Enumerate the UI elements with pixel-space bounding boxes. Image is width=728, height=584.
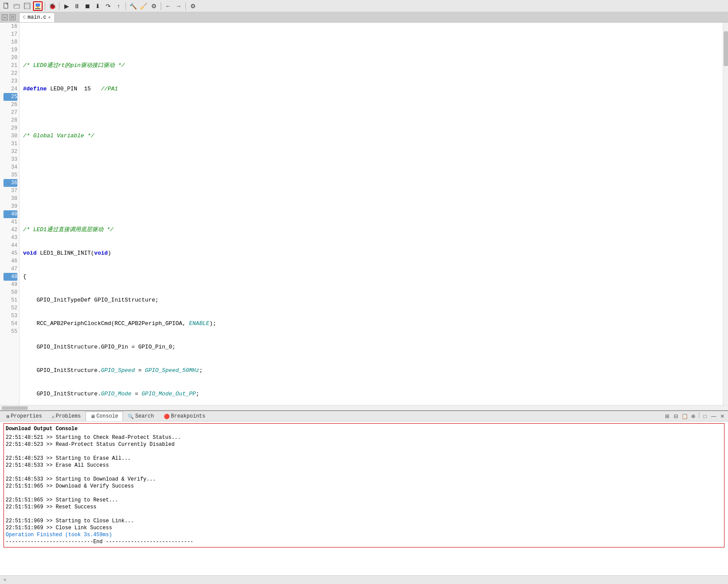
console-line-10: 22:51:51:969 >> Close Link Success bbox=[6, 524, 722, 531]
debug-button[interactable]: 🐞 bbox=[47, 1, 57, 11]
ln-51: 51 bbox=[3, 296, 17, 304]
ln-41: 41 bbox=[3, 218, 17, 226]
ln-34: 34 bbox=[3, 163, 17, 171]
sep2 bbox=[59, 2, 60, 10]
code-lines[interactable]: /* LED0通过rt的pin驱动接口驱动 */ #define LED0_PI… bbox=[20, 23, 723, 405]
panel-sep bbox=[699, 412, 699, 418]
code-line-19 bbox=[23, 109, 719, 116]
main-c-tab[interactable]: C main.c ✕ bbox=[19, 13, 55, 22]
ln-37: 37 bbox=[3, 187, 17, 195]
breakpoints-icon: 🔴 bbox=[164, 414, 170, 419]
download-button[interactable] bbox=[33, 1, 43, 11]
back-button[interactable]: ← bbox=[163, 1, 173, 11]
ln-43: 43 bbox=[3, 234, 17, 242]
tab-icon: C bbox=[23, 15, 26, 20]
panel-action-new[interactable]: ⊕ bbox=[689, 412, 697, 420]
ln-23: 23 bbox=[3, 77, 17, 85]
problems-icon: ⚠ bbox=[52, 414, 55, 419]
console-label: Console bbox=[96, 413, 118, 419]
code-line-21 bbox=[23, 156, 719, 163]
pause-button[interactable]: ⏸ bbox=[72, 1, 82, 11]
step-into-button[interactable]: ⬇ bbox=[93, 1, 103, 11]
new-button[interactable] bbox=[2, 1, 11, 11]
console-line-3: 22:51:48:523 >> Starting to Erase All... bbox=[6, 455, 722, 462]
clean-button[interactable]: 🧹 bbox=[139, 1, 148, 11]
breakpoints-label: Breakpoints bbox=[171, 413, 205, 419]
scrollbar-thumb[interactable] bbox=[724, 31, 728, 66]
status-bar: < bbox=[0, 575, 728, 584]
code-line-17: /* LED0通过rt的pin驱动接口驱动 */ bbox=[23, 62, 719, 70]
panel-action-1[interactable]: ⊞ bbox=[663, 412, 671, 420]
panel-action-3[interactable]: 📋 bbox=[681, 412, 688, 420]
code-scroll[interactable]: 16 17 18 19 20 21 22 23 24 25 26 27 28 2… bbox=[0, 23, 728, 405]
breakpoints-tab[interactable]: 🔴 Breakpoints bbox=[159, 411, 210, 421]
run-button[interactable]: ▶ bbox=[62, 1, 71, 11]
code-container: 16 17 18 19 20 21 22 23 24 25 26 27 28 2… bbox=[0, 23, 728, 405]
panel-close[interactable]: ✕ bbox=[718, 412, 726, 420]
window-controls: — □ bbox=[2, 14, 16, 20]
ln-40: 40 bbox=[3, 210, 17, 218]
sep3 bbox=[126, 2, 126, 10]
editor-scrollbar[interactable] bbox=[723, 23, 728, 405]
step-over-button[interactable]: ↷ bbox=[103, 1, 113, 11]
ln-47: 47 bbox=[3, 265, 17, 273]
ln-32: 32 bbox=[3, 148, 17, 156]
console-line-5: 22:51:48:533 >> Starting to Download & V… bbox=[6, 476, 722, 483]
code-line-30: GPIO_InitStructure.GPIO_Speed = GPIO_Spe… bbox=[23, 367, 719, 375]
code-line-31: GPIO_InitStructure.GPIO_Mode = GPIO_Mode… bbox=[23, 390, 719, 398]
console-line-6: 22:51:51:965 >> Download & Verify Succes… bbox=[6, 483, 722, 490]
build-all-button[interactable]: ⚙ bbox=[149, 1, 159, 11]
h-scroll-area[interactable] bbox=[0, 405, 728, 410]
properties-tab[interactable]: ⊞ Properties bbox=[2, 411, 47, 421]
maximize-window[interactable]: □ bbox=[10, 14, 16, 20]
ln-52: 52 bbox=[3, 304, 17, 312]
minimize-window[interactable]: — bbox=[2, 14, 8, 20]
console-line-9: 22:51:51:969 >> Starting to Close Link..… bbox=[6, 518, 722, 524]
ln-39: 39 bbox=[3, 202, 17, 210]
console-tab[interactable]: 🖥 Console bbox=[86, 411, 123, 421]
ln-18: 18 bbox=[3, 38, 17, 46]
toolbar: 🐞 ▶ ⏸ ⏹ ⬇ ↷ ↑ 🔨 🧹 ⚙ ← → ⚙ bbox=[0, 0, 728, 12]
step-out-button[interactable]: ↑ bbox=[114, 1, 123, 11]
ln-55: 55 bbox=[3, 328, 17, 335]
console-blank-4 bbox=[6, 511, 722, 518]
h-scroll-thumb[interactable] bbox=[2, 406, 28, 410]
tab-dirty-indicator: ✕ bbox=[48, 15, 51, 20]
code-line-23 bbox=[23, 202, 719, 210]
problems-tab[interactable]: ⚠ Problems bbox=[47, 411, 86, 421]
console-blank-2 bbox=[6, 469, 722, 476]
svg-rect-6 bbox=[36, 3, 40, 7]
settings-button[interactable]: ⚙ bbox=[188, 1, 198, 11]
svg-rect-8 bbox=[35, 8, 40, 9]
panel-actions: ⊞ ⊟ 📋 ⊕ □ — ✕ bbox=[663, 412, 726, 420]
build-button[interactable]: 🔨 bbox=[128, 1, 138, 11]
panel-minimize[interactable]: — bbox=[710, 412, 718, 420]
ln-16: 16 bbox=[3, 23, 17, 30]
code-line-25: void LED1_BLINK_INIT(void) bbox=[23, 249, 719, 257]
code-line-27: GPIO_InitTypeDef GPIO_InitStructure; bbox=[23, 296, 719, 304]
ln-54: 54 bbox=[3, 320, 17, 328]
console-line-4: 22:51:48:533 >> Erase All Success bbox=[6, 462, 722, 469]
code-line-18: #define LED0_PIN 15 //PA1 bbox=[23, 85, 719, 93]
ln-35: 35 bbox=[3, 171, 17, 179]
code-line-24: /* LED1通过直接调用底层驱动 */ bbox=[23, 226, 719, 234]
code-line-20: /* Global Variable */ bbox=[23, 132, 719, 140]
ln-45: 45 bbox=[3, 249, 17, 257]
search-tab[interactable]: 🔍 Search bbox=[123, 411, 159, 421]
open-button[interactable] bbox=[12, 1, 22, 11]
ln-50: 50 bbox=[3, 289, 17, 296]
code-line-16 bbox=[23, 38, 719, 46]
ln-44: 44 bbox=[3, 242, 17, 249]
forward-button[interactable]: → bbox=[174, 1, 183, 11]
console-line-7: 22:51:51:965 >> Starting to Reset... bbox=[6, 497, 722, 504]
code-line-26: { bbox=[23, 273, 719, 281]
console-finish-line: Operation Finished (took 3s.459ms) bbox=[6, 531, 722, 538]
panel-tabs: ⊞ Properties ⚠ Problems 🖥 Console 🔍 Sear… bbox=[0, 411, 728, 421]
editor-area: 16 17 18 19 20 21 22 23 24 25 26 27 28 2… bbox=[0, 23, 728, 410]
stop-button[interactable]: ⏹ bbox=[83, 1, 92, 11]
svg-rect-4 bbox=[25, 7, 29, 9]
panel-maximize[interactable]: □ bbox=[701, 412, 709, 420]
panel-action-2[interactable]: ⊟ bbox=[672, 412, 680, 420]
ln-53: 53 bbox=[3, 312, 17, 320]
save-button[interactable] bbox=[23, 1, 32, 11]
